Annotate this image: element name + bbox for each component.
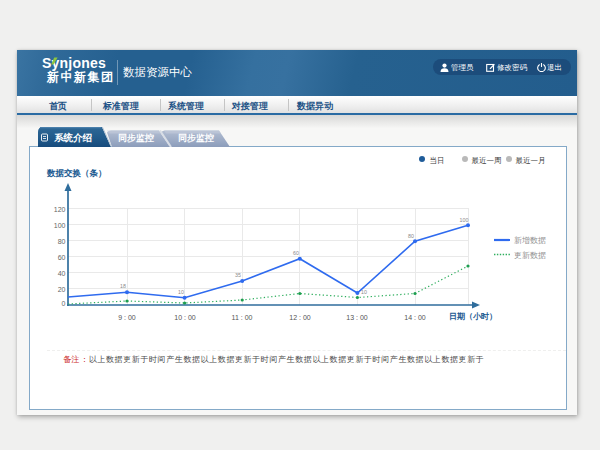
svg-text:新增数据: 新增数据	[514, 236, 546, 245]
svg-text:100: 100	[54, 222, 66, 229]
svg-text:11 : 00: 11 : 00	[232, 314, 253, 321]
svg-text:10: 10	[178, 289, 184, 295]
svg-text:13 : 00: 13 : 00	[346, 314, 368, 321]
svg-text:0: 0	[62, 300, 66, 307]
svg-text:数据交换（条）: 数据交换（条）	[46, 168, 107, 178]
svg-text:更新数据: 更新数据	[514, 251, 546, 260]
svg-text:同步监控: 同步监控	[178, 133, 214, 143]
svg-text:60: 60	[58, 254, 66, 261]
svg-text:10: 10	[361, 289, 367, 295]
svg-text:12 : 00: 12 : 00	[289, 314, 311, 321]
svg-text:9 : 00: 9 : 00	[118, 314, 136, 321]
svg-text:100: 100	[460, 217, 469, 223]
svg-text:同步监控: 同步监控	[118, 133, 154, 143]
svg-text:10 : 00: 10 : 00	[174, 314, 196, 321]
svg-text:日期（小时）: 日期（小时）	[449, 312, 497, 321]
svg-text:120: 120	[54, 206, 66, 213]
svg-text:80: 80	[408, 233, 414, 239]
svg-text:14 : 00: 14 : 00	[404, 314, 426, 321]
svg-text:60: 60	[293, 250, 299, 256]
svg-text:80: 80	[58, 238, 66, 245]
svg-text:系统介绍: 系统介绍	[54, 132, 93, 143]
svg-text:40: 40	[58, 270, 66, 277]
svg-text:18: 18	[120, 283, 126, 289]
svg-text:20: 20	[58, 286, 66, 293]
svg-text:35: 35	[235, 272, 241, 278]
